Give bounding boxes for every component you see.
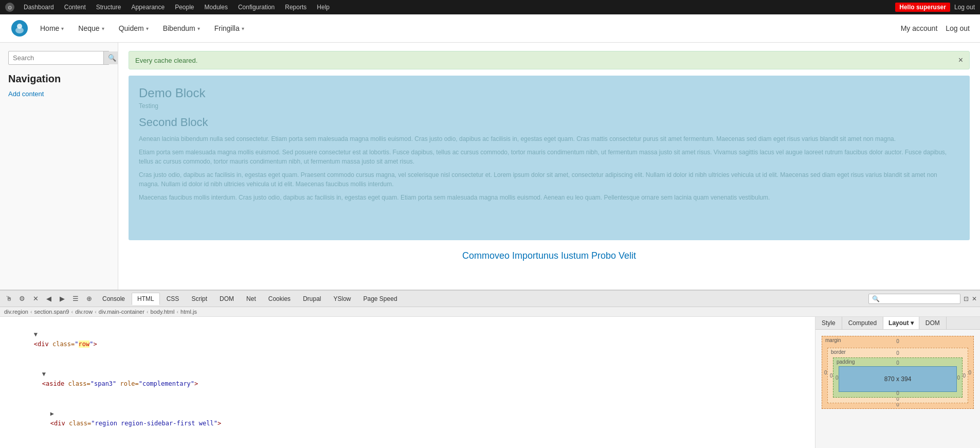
devtools-back-btn[interactable]: ◀	[43, 293, 55, 304]
quidem-arrow: ▾	[146, 26, 149, 31]
tab-console[interactable]: Console	[97, 293, 131, 305]
paragraph-3: Cras justo odio, dapibus ac facilisis in…	[139, 170, 959, 189]
html-line-0: ▼ <div class="row">	[4, 320, 811, 360]
footer-link[interactable]: Commoveo Importunus Iustum Probo Velit	[462, 250, 636, 261]
devtools-search-input[interactable]	[880, 295, 957, 302]
search-input[interactable]	[9, 51, 103, 64]
tab-dom[interactable]: DOM	[214, 293, 240, 305]
second-block-title: Second Block	[139, 116, 959, 129]
devtools-search-area: 🔍 ⊡ ✕	[868, 294, 977, 304]
devtools-inspect-btn[interactable]: 🖱	[3, 293, 14, 304]
footer-link-area: Commoveo Importunus Iustum Probo Velit	[129, 246, 970, 265]
devtools-expand-btn[interactable]: ⊕	[83, 293, 95, 304]
nav-neque[interactable]: Neque ▾	[72, 21, 110, 35]
breadcrumb: div.region ‹ section.span9 ‹ div.row ‹ d…	[0, 307, 980, 317]
nav-quidem[interactable]: Quidem ▾	[113, 21, 155, 35]
devtools-minimize-btn[interactable]: ⊡	[964, 295, 969, 302]
devtools-close-btn[interactable]: ✕	[30, 293, 41, 304]
tab-cookies[interactable]: Cookies	[263, 293, 296, 305]
right-tab-computed[interactable]: Computed	[842, 317, 883, 329]
admin-logout[interactable]: Log out	[954, 4, 975, 11]
tab-css[interactable]: CSS	[161, 293, 185, 305]
nav-reports[interactable]: Reports	[280, 0, 312, 14]
alert-success: Every cache cleared. ×	[129, 51, 970, 69]
html-line-3: ▶ <section id="block-search-form" class=…	[4, 438, 811, 448]
breadcrumb-item-1[interactable]: section.span9	[34, 309, 69, 315]
neque-arrow: ▾	[102, 26, 104, 31]
admin-bar: ⊙ Dashboard Content Structure Appearance…	[0, 0, 980, 14]
demo-block-subtitle: Testing	[139, 102, 959, 110]
devtools-search: 🔍	[868, 294, 960, 304]
breadcrumb-item-0[interactable]: div.region	[4, 309, 28, 315]
nav-bibendum[interactable]: Bibendum ▾	[157, 21, 206, 35]
right-panel-tabs: Style Computed Layout ▾ DOM	[815, 317, 980, 330]
bibendum-arrow: ▾	[197, 26, 200, 31]
paragraph-4: Maecenas faucibus mollis interdum. Cras …	[139, 193, 959, 202]
my-account-link[interactable]: My account	[901, 24, 938, 32]
devtools-content: ▼ <div class="row"> ▼ <aside class="span…	[0, 317, 980, 448]
tab-net[interactable]: Net	[241, 293, 262, 305]
admin-bar-right: Hello superuser Log out	[895, 3, 975, 12]
site-logo	[10, 19, 29, 38]
devtools-maximize-btn[interactable]: ✕	[972, 295, 977, 302]
main-area: 🔍 Navigation Add content Every cache cle…	[0, 43, 980, 290]
header-logout[interactable]: Log out	[946, 24, 970, 32]
sidebar-title: Navigation	[8, 73, 110, 85]
admin-nav[interactable]: Dashboard Content Structure Appearance P…	[19, 0, 335, 14]
demo-block-title: Demo Block	[139, 86, 959, 100]
home-arrow: ▾	[61, 26, 64, 31]
right-tab-style[interactable]: Style	[815, 317, 842, 329]
devtools-tabs: Console HTML CSS Script DOM Net Cookies …	[97, 293, 403, 305]
nav-appearance[interactable]: Appearance	[126, 0, 170, 14]
box-model-area: margin 0 0 0 0 border 0 0 0 0	[815, 330, 980, 448]
nav-help[interactable]: Help	[312, 0, 335, 14]
fringilla-arrow: ▾	[242, 26, 244, 31]
nav-fringilla[interactable]: Fringilla ▾	[208, 21, 250, 35]
breadcrumb-item-2[interactable]: div.row	[75, 309, 93, 315]
nav-people[interactable]: People	[170, 0, 199, 14]
breadcrumb-item-5[interactable]: html.js	[180, 309, 197, 315]
site-header: Home ▾ Neque ▾ Quidem ▾ Bibendum ▾ Fring…	[0, 14, 980, 43]
border-label: border	[831, 349, 846, 355]
site-nav: Home ▾ Neque ▾ Quidem ▾ Bibendum ▾ Fring…	[34, 21, 901, 35]
right-tab-layout[interactable]: Layout ▾	[883, 317, 919, 329]
content-area: Every cache cleared. × Demo Block Testin…	[118, 43, 980, 290]
sidebar: 🔍 Navigation Add content	[0, 43, 118, 290]
content-size: 870 x 394	[884, 375, 912, 383]
devtools-forward-btn[interactable]: ▶	[57, 293, 68, 304]
devtools-search-icon: 🔍	[872, 295, 880, 302]
right-panel: Style Computed Layout ▾ DOM margin 0 0 0…	[815, 317, 980, 448]
dashboard-icon: ⊙	[5, 3, 14, 12]
paragraph-2: Etiam porta sem malesuada magna mollis e…	[139, 148, 959, 166]
header-right: My account Log out	[901, 24, 970, 32]
devtools-more-btn[interactable]: ☰	[70, 293, 81, 304]
breadcrumb-item-3[interactable]: div.main-container	[99, 309, 144, 315]
hello-badge: Hello superuser	[895, 3, 950, 12]
devtools-settings-btn[interactable]: ⚙	[16, 293, 28, 304]
nav-content[interactable]: Content	[59, 0, 91, 14]
alert-message: Every cache cleared.	[135, 57, 197, 64]
devtools-toolbar: 🖱 ⚙ ✕ ◀ ▶ ☰ ⊕ Console HTML CSS Script DO…	[0, 291, 980, 307]
tab-yslow[interactable]: YSlow	[328, 293, 356, 305]
padding-label: padding	[837, 359, 855, 365]
html-line-1: ▼ <aside class="span3" role="complementa…	[4, 360, 811, 399]
nav-modules[interactable]: Modules	[199, 0, 233, 14]
add-content-link[interactable]: Add content	[8, 90, 44, 98]
nav-home[interactable]: Home ▾	[34, 21, 70, 35]
paragraph-1: Aenean lacinia bibendum nulla sed consec…	[139, 134, 959, 144]
breadcrumb-item-4[interactable]: body.html	[151, 309, 175, 315]
devtools: 🖱 ⚙ ✕ ◀ ▶ ☰ ⊕ Console HTML CSS Script DO…	[0, 290, 980, 448]
tab-drupal[interactable]: Drupal	[297, 293, 326, 305]
tab-pagespeed[interactable]: Page Speed	[358, 293, 403, 305]
demo-block: Demo Block Testing Second Block Aenean l…	[129, 76, 970, 240]
nav-configuration[interactable]: Configuration	[233, 0, 280, 14]
tab-html[interactable]: HTML	[132, 293, 160, 305]
svg-point-2	[17, 24, 22, 29]
search-form: 🔍	[8, 51, 110, 65]
nav-dashboard[interactable]: Dashboard	[19, 0, 59, 14]
html-line-2: ▶ <div class="region region-sidebar-firs…	[4, 399, 811, 439]
nav-structure[interactable]: Structure	[91, 0, 126, 14]
tab-script[interactable]: Script	[186, 293, 213, 305]
right-tab-dom[interactable]: DOM	[919, 317, 947, 329]
alert-close-button[interactable]: ×	[958, 56, 963, 65]
